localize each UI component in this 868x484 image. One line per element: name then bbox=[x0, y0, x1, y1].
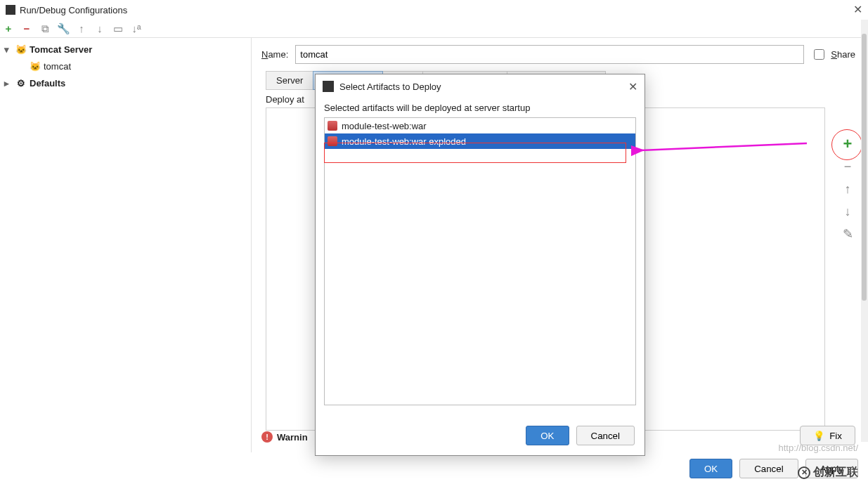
defaults-icon: ⚙ bbox=[15, 77, 27, 89]
artifact-label: module-test-web:war bbox=[342, 121, 427, 131]
warning-message: ! Warnin bbox=[261, 431, 308, 443]
tomcat-icon: 🐱 bbox=[30, 60, 41, 72]
scrollbar-thumb[interactable] bbox=[862, 34, 867, 301]
main-ok-button[interactable]: OK bbox=[689, 459, 732, 478]
share-checkbox[interactable]: Share bbox=[811, 47, 855, 62]
brand-logo: ✕创新互联 bbox=[798, 465, 858, 480]
select-artifacts-dialog: Select Artifacts to Deploy ✕ Selected ar… bbox=[315, 74, 645, 456]
tab-server[interactable]: Server bbox=[266, 71, 313, 90]
watermark-text: http://blog.csdn.net/ bbox=[779, 443, 858, 453]
edit-defaults-icon[interactable]: 🔧 bbox=[58, 23, 69, 34]
dialog-hint: Selected artifacts will be deployed at s… bbox=[324, 103, 636, 113]
artifact-edit-icon[interactable]: ✎ bbox=[840, 226, 855, 242]
warning-icon: ! bbox=[261, 431, 273, 443]
tree-label: Tomcat Server bbox=[30, 44, 92, 55]
move-up-icon[interactable]: ↑ bbox=[76, 23, 87, 34]
artifact-icon bbox=[328, 136, 337, 146]
tomcat-server-icon: 🐱 bbox=[15, 44, 27, 55]
config-toolbar: + − ⧉ 🔧 ↑ ↓ ▭ ↓ª bbox=[0, 20, 868, 38]
app-icon bbox=[6, 5, 15, 15]
add-artifact-icon[interactable]: + bbox=[840, 136, 855, 152]
dialog-ok-button[interactable]: OK bbox=[526, 426, 569, 445]
dialog-icon bbox=[323, 81, 334, 92]
window-close-icon[interactable]: ✕ bbox=[853, 3, 862, 16]
dialog-title: Select Artifacts to Deploy bbox=[339, 81, 441, 92]
artifact-icon bbox=[328, 121, 337, 131]
dialog-close-icon[interactable]: ✕ bbox=[628, 80, 637, 93]
tree-label: Defaults bbox=[30, 78, 65, 89]
lightbulb-icon: 💡 bbox=[813, 431, 825, 441]
config-name-input[interactable] bbox=[295, 45, 804, 64]
chevron-down-icon[interactable]: ▾ bbox=[4, 44, 13, 55]
dialog-cancel-button[interactable]: Cancel bbox=[576, 426, 635, 445]
folder-icon[interactable]: ▭ bbox=[112, 23, 124, 34]
tree-defaults[interactable]: ▸ ⚙ Defaults bbox=[0, 74, 251, 91]
artifact-item[interactable]: module-test-web:war bbox=[325, 118, 635, 133]
move-down-icon[interactable]: ↓ bbox=[94, 23, 105, 34]
tree-tomcat-instance[interactable]: 🐱 tomcat bbox=[0, 58, 251, 74]
window-title: Run/Debug Configurations bbox=[20, 5, 127, 15]
vertical-scrollbar[interactable] bbox=[861, 20, 868, 442]
name-label: Name: bbox=[261, 49, 288, 60]
add-config-icon[interactable]: + bbox=[3, 23, 14, 34]
artifact-down-icon[interactable]: ↓ bbox=[840, 204, 855, 219]
main-cancel-button[interactable]: Cancel bbox=[739, 459, 798, 478]
artifact-up-icon[interactable]: ↑ bbox=[840, 181, 855, 197]
copy-config-icon[interactable]: ⧉ bbox=[39, 23, 51, 34]
artifact-item-selected[interactable]: module-test-web:war exploded bbox=[325, 133, 635, 149]
artifact-label: module-test-web:war exploded bbox=[342, 136, 466, 147]
artifact-list[interactable]: module-test-web:war module-test-web:war … bbox=[324, 117, 636, 405]
remove-config-icon[interactable]: − bbox=[21, 23, 32, 34]
sort-icon[interactable]: ↓ª bbox=[131, 23, 142, 34]
titlebar: Run/Debug Configurations ✕ bbox=[0, 0, 868, 20]
deploy-side-toolbar: + − ↑ ↓ ✎ bbox=[840, 136, 855, 242]
tree-label: tomcat bbox=[44, 61, 71, 72]
config-tree: ▾ 🐱 Tomcat Server 🐱 tomcat ▸ ⚙ Defaults bbox=[0, 38, 252, 452]
remove-artifact-icon[interactable]: − bbox=[840, 159, 855, 174]
tree-tomcat-server[interactable]: ▾ 🐱 Tomcat Server bbox=[0, 41, 251, 58]
share-checkbox-input[interactable] bbox=[814, 49, 824, 60]
chevron-right-icon[interactable]: ▸ bbox=[4, 78, 13, 89]
